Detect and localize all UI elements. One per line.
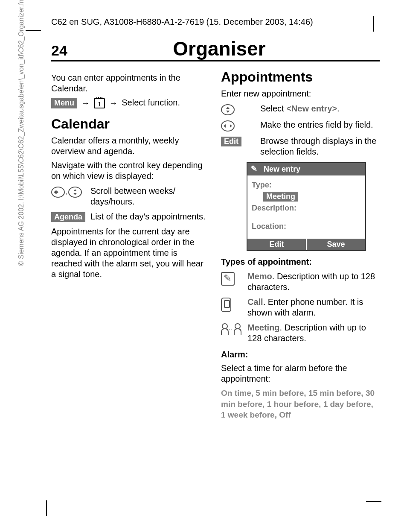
crop-mark	[46, 500, 47, 516]
memo-row: Memo. Description with up to 128 charact…	[221, 271, 380, 292]
pencil-icon	[251, 166, 260, 173]
phone-softkeys: Edit Save	[247, 239, 365, 250]
browse-text: Browse through displays in the selection…	[260, 136, 380, 157]
meeting-row: ·· Meeting. Description with up to 128 c…	[221, 322, 380, 344]
arrow-icon: →	[81, 98, 90, 108]
select-function-text: Select function.	[122, 98, 180, 107]
phone-screen-mock: New entry Type: Meeting Description: Loc…	[247, 162, 366, 251]
page-number: 24	[51, 42, 67, 59]
edit-row: Edit Browse through displays in the sele…	[221, 136, 380, 157]
select-new-row: Select <New entry>.	[221, 103, 380, 115]
menu-chip: Menu	[51, 98, 77, 108]
type-label: Type:	[252, 181, 361, 190]
phone-titlebar: New entry	[247, 163, 365, 175]
types-heading: Types of appointment:	[221, 257, 380, 267]
make-entries-text: Make the entries field by field.	[260, 120, 380, 130]
agenda-row: Agenda List of the day's appointments.	[51, 211, 210, 222]
copyright-sideline: © Siemens AG 2002, I:\Mobil\L55\C62\C62_…	[17, 0, 25, 266]
agenda-chip: Agenda	[51, 212, 85, 222]
alarm-heading: Alarm:	[221, 350, 380, 360]
meeting-icon: ··	[221, 323, 240, 335]
phone-title: New entry	[264, 165, 300, 174]
document-header-path: C62 en SUG, A31008-H6880-A1-2-7619 (15. …	[51, 17, 380, 29]
right-column: Appointments Enter new appointment: Sele…	[221, 69, 380, 421]
calendar-desc-2: Navigate with the control key depending …	[51, 160, 210, 181]
nav-disc-icon	[68, 187, 82, 198]
edit-chip: Edit	[221, 137, 241, 146]
appointments-heading: Appointments	[221, 69, 380, 85]
calendar-desc-1: Calendar offers a monthly, weekly overvi…	[51, 135, 210, 157]
make-entries-row: Make the entries field by field.	[221, 120, 380, 132]
call-label: Call	[247, 297, 263, 307]
menu-path-line: Menu → → Select function.	[51, 97, 210, 108]
softkey-edit: Edit	[247, 239, 307, 250]
memo-label: Memo	[247, 272, 272, 281]
softkey-save: Save	[307, 239, 365, 250]
nav-disc-icon	[221, 104, 235, 115]
type-value-chip: Meeting	[263, 191, 299, 202]
scroll-row: , Scroll between weeks/ days/hours.	[51, 186, 210, 207]
location-label: Location:	[252, 222, 361, 231]
description-label: Description:	[252, 204, 361, 213]
call-desc: . Enter phone number. It is shown with a…	[247, 297, 363, 317]
enter-new-text: Enter new appointment:	[221, 88, 380, 99]
alarm-options: On time, 5 min before, 15 min before, 30…	[221, 388, 380, 421]
title-bar: 24 Organiser	[51, 37, 380, 61]
scroll-text: Scroll between weeks/ days/hours.	[90, 186, 210, 207]
alarm-intro: Select a time for alarm before the appoi…	[221, 363, 380, 384]
memo-icon	[221, 272, 235, 286]
nav-disc-icon	[51, 187, 65, 198]
meeting-label: Meeting	[247, 323, 280, 332]
nav-disc-icon	[221, 120, 235, 132]
call-row: Call. Enter phone number. It is shown wi…	[221, 297, 380, 318]
agenda-text: List of the day's appointments.	[90, 211, 210, 222]
arrow-icon: →	[109, 98, 118, 108]
page-title: Organiser	[84, 37, 380, 60]
left-column: You can enter appointments in the Calend…	[51, 69, 210, 421]
crop-mark	[366, 501, 381, 502]
crop-mark	[26, 30, 41, 31]
calendar-heading: Calendar	[51, 116, 210, 132]
select-new-text: Select <New entry>.	[260, 103, 380, 114]
intro-text: You can enter appointments in the Calend…	[51, 73, 210, 94]
calendar-desc-3: Appointments for the current day are dis…	[51, 226, 210, 280]
calendar-icon	[94, 98, 105, 108]
phone-icon	[221, 298, 231, 312]
